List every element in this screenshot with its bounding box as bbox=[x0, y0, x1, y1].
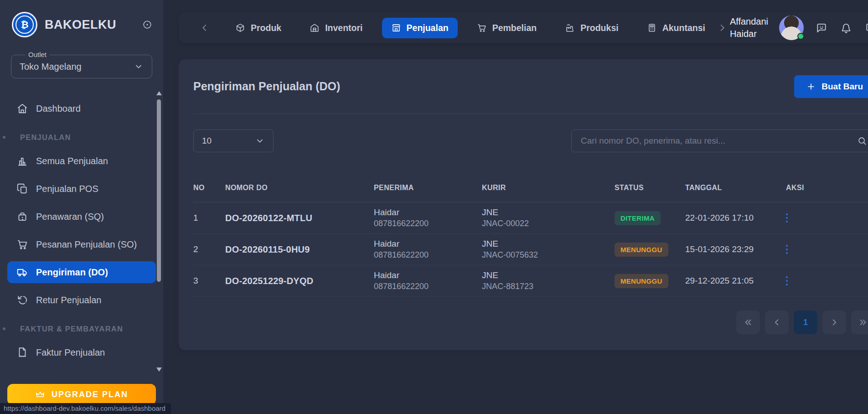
search-box bbox=[571, 129, 868, 152]
warehouse-icon bbox=[310, 23, 320, 33]
brand-logo-ring: ₿ bbox=[16, 16, 34, 34]
factory-icon bbox=[565, 23, 575, 33]
tab-label: Pembelian bbox=[492, 23, 537, 33]
scroll-down-arrow[interactable] bbox=[156, 367, 162, 372]
avatar[interactable] bbox=[779, 16, 804, 40]
page-size-select[interactable]: 10 bbox=[193, 129, 274, 152]
col-header-kurir: KURIR bbox=[482, 184, 615, 199]
tab-label: Penjualan bbox=[407, 23, 449, 33]
table-row: 2 DO-20260115-0HU9 Haidar 087816622200 J… bbox=[193, 234, 868, 265]
search-input[interactable] bbox=[581, 136, 857, 146]
storefront-icon bbox=[391, 23, 401, 33]
penerima-telp: 087816622200 bbox=[374, 219, 482, 228]
pagination-prev-button[interactable] bbox=[765, 310, 789, 334]
feedback-button[interactable] bbox=[815, 21, 828, 35]
penerima-telp: 087816622200 bbox=[374, 250, 482, 260]
section-bullet bbox=[3, 136, 5, 139]
col-header-no: NO bbox=[193, 184, 225, 199]
penerima-nama: Haidar bbox=[374, 239, 482, 249]
pagination-last-button[interactable] bbox=[851, 310, 868, 334]
sidebar-section-faktur-pembayaran: FAKTUR & PEMBAYARAN bbox=[20, 325, 163, 333]
sidebar-item-semua-penjualan[interactable]: Semua Penjualan bbox=[7, 150, 156, 172]
col-header-status: STATUS bbox=[615, 184, 685, 199]
sidebar-scrollbar bbox=[156, 91, 162, 372]
row-actions-menu-button[interactable] bbox=[780, 273, 794, 289]
nav-scroll-right-button[interactable] bbox=[714, 20, 730, 36]
tab-produk[interactable]: Produk bbox=[226, 18, 290, 38]
table-controls: 10 bbox=[193, 129, 868, 152]
kurir-resi: JNAC-0075632 bbox=[482, 250, 615, 260]
plus-icon bbox=[806, 82, 816, 92]
pagination-first-button[interactable] bbox=[736, 310, 760, 334]
presentation-chart-icon bbox=[865, 22, 868, 34]
display-mode-button[interactable] bbox=[864, 21, 868, 35]
tab-pembelian[interactable]: Pembelian bbox=[468, 18, 546, 38]
scroll-up-arrow[interactable] bbox=[156, 91, 162, 95]
tab-inventori[interactable]: Inventori bbox=[300, 18, 372, 38]
status-badge: MENUNGGU bbox=[615, 274, 668, 288]
cell-penerima: Haidar 087816622200 bbox=[374, 270, 482, 291]
user-last-name: Haidar bbox=[730, 28, 768, 40]
tab-akuntansi[interactable]: Akuntansi bbox=[638, 18, 714, 38]
sidebar-item-label: Semua Penjualan bbox=[36, 156, 108, 166]
tab-produksi[interactable]: Produksi bbox=[556, 18, 627, 38]
sidebar-collapse-button[interactable] bbox=[142, 20, 152, 30]
target-icon bbox=[142, 20, 152, 30]
col-header-nomor-do: NOMOR DO bbox=[225, 184, 374, 199]
penerima-nama: Haidar bbox=[374, 270, 482, 280]
outlet-select[interactable]: Outlet Toko Magelang bbox=[11, 55, 152, 78]
cell-kurir: JNE JNAC-0075632 bbox=[482, 239, 615, 260]
sidebar-item-faktur-penjualan[interactable]: Faktur Penjualan bbox=[7, 342, 156, 363]
notifications-button[interactable] bbox=[839, 21, 853, 35]
brand-logo: ₿ bbox=[12, 12, 37, 37]
home-icon bbox=[16, 103, 28, 114]
col-header-penerima: PENERIMA bbox=[374, 184, 482, 199]
chevron-right-icon bbox=[717, 23, 727, 33]
quote-bag-icon bbox=[16, 211, 28, 223]
brand-row: ₿ BAKOELKU bbox=[0, 0, 163, 37]
status-badge: DITERIMA bbox=[615, 211, 661, 225]
sidebar-item-penjualan-pos[interactable]: Penjualan POS bbox=[7, 178, 156, 200]
sidebar-item-pengiriman-do[interactable]: Pengiriman (DO) bbox=[7, 261, 156, 283]
brand-name: BAKOELKU bbox=[45, 18, 135, 32]
sidebar-item-label: Pengiriman (DO) bbox=[36, 267, 108, 278]
truck-icon bbox=[16, 266, 28, 278]
cell-penerima: Haidar 087816622200 bbox=[374, 207, 482, 228]
online-status-dot bbox=[797, 33, 804, 40]
chevron-left-icon bbox=[772, 317, 782, 327]
topnav-right: Affandani Haidar bbox=[730, 16, 868, 40]
chat-smiley-icon bbox=[816, 22, 827, 34]
scrollbar-thumb[interactable] bbox=[157, 99, 161, 282]
cell-nomor-do: DO-20260122-MTLU bbox=[225, 213, 374, 223]
pagination-page-1-button[interactable]: 1 bbox=[794, 310, 817, 334]
kurir-nama: JNE bbox=[482, 207, 615, 217]
sidebar-item-retur-penjualan[interactable]: Retur Penjualan bbox=[7, 289, 156, 311]
tab-label: Inventori bbox=[325, 23, 362, 33]
copy-icon bbox=[16, 183, 28, 195]
nav-scroll-left-button[interactable] bbox=[197, 20, 212, 36]
row-actions-menu-button[interactable] bbox=[780, 241, 794, 258]
upgrade-plan-label: UPGRADE PLAN bbox=[52, 390, 128, 399]
pagination-next-button[interactable] bbox=[822, 310, 846, 334]
search-icon bbox=[857, 136, 867, 146]
cell-tanggal: 22-01-2026 17:10 bbox=[685, 213, 775, 223]
section-bullet bbox=[3, 327, 5, 330]
calculator-icon bbox=[647, 23, 657, 33]
tab-label: Akuntansi bbox=[662, 23, 705, 33]
create-new-button[interactable]: Buat Baru bbox=[794, 75, 868, 98]
cell-no: 1 bbox=[193, 213, 225, 223]
rotate-ccw-icon bbox=[16, 294, 28, 306]
cart-icon bbox=[477, 23, 487, 33]
sidebar-item-dashboard[interactable]: Dashboard bbox=[7, 98, 156, 119]
tab-penjualan[interactable]: Penjualan bbox=[382, 18, 458, 38]
sidebar-item-penawaran-sq[interactable]: Penawaran (SQ) bbox=[7, 206, 156, 228]
sidebar-item-label: Penjualan POS bbox=[36, 184, 98, 194]
browser-status-bar: https://dashboard-dev.bakoelku.com/sales… bbox=[0, 403, 171, 414]
row-actions-menu-button[interactable] bbox=[780, 210, 794, 226]
upgrade-plan-button[interactable]: UPGRADE PLAN bbox=[7, 384, 156, 405]
cell-kurir: JNE JNAC-00022 bbox=[482, 207, 615, 228]
box-icon bbox=[235, 23, 245, 33]
chevron-down-icon bbox=[255, 136, 265, 146]
user-name[interactable]: Affandani Haidar bbox=[730, 16, 768, 40]
sidebar-item-pesanan-penjualan-so[interactable]: Pesanan Penjualan (SO) bbox=[7, 233, 156, 255]
